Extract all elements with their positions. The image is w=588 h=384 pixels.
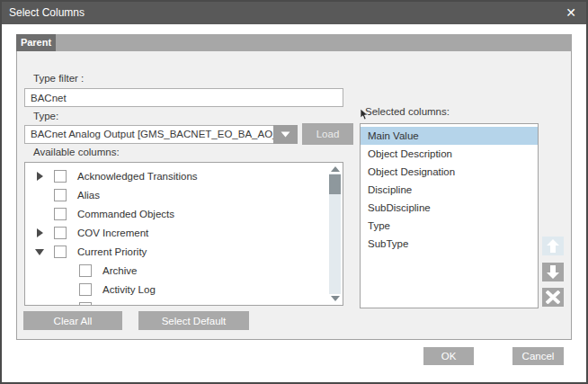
move-down-button[interactable] [542, 263, 564, 281]
selected-column-item[interactable]: Object Description [361, 145, 538, 163]
tree-item[interactable]: COV Increment [25, 223, 327, 242]
tree-item-label: Commanded Objects [77, 209, 174, 219]
selected-columns-list[interactable]: Main ValueObject DescriptionObject Desig… [360, 123, 539, 308]
down-arrow-icon [546, 265, 560, 279]
column-checkbox[interactable] [54, 189, 67, 201]
tree-item[interactable]: Alias [25, 185, 327, 204]
tree-item-label: COV Increment [77, 228, 148, 238]
type-combobox[interactable]: BACnet Analog Output [GMS_BACNET_EO_BA_A… [24, 125, 298, 144]
expander-spacer [59, 264, 72, 277]
type-filter-input[interactable] [24, 88, 343, 107]
selected-columns-label: Selected columns: [365, 106, 450, 117]
collapse-icon[interactable] [34, 246, 47, 258]
scroll-up-icon[interactable] [331, 166, 340, 172]
scrollbar-thumb[interactable] [329, 174, 341, 194]
expander-spacer [34, 189, 47, 201]
expander-spacer [59, 283, 72, 296]
move-up-button[interactable] [542, 237, 564, 255]
dropdown-arrow-icon[interactable] [273, 125, 298, 144]
tree-item-label: Alias [77, 190, 100, 201]
expand-icon[interactable] [34, 227, 47, 239]
tree-rows: Acknowledged TransitionsAliasCommanded O… [25, 166, 327, 306]
parent-tab-panel: Type filter : Type: BACnet Analog Output… [16, 51, 572, 340]
tree-item[interactable]: Current Priority [25, 242, 327, 261]
expand-icon[interactable] [34, 170, 47, 183]
cancel-button[interactable]: Cancel [512, 347, 564, 365]
column-checkbox[interactable] [54, 170, 67, 183]
scroll-down-icon[interactable] [331, 296, 340, 301]
type-filter-label: Type filter : [33, 73, 84, 84]
selected-column-item[interactable]: Main Value [361, 127, 538, 145]
available-columns-tree[interactable]: Acknowledged TransitionsAliasCommanded O… [24, 162, 343, 306]
tree-item[interactable]: Archive [25, 261, 327, 280]
tree-scrollbar[interactable] [328, 164, 342, 304]
mouse-cursor-icon [361, 109, 369, 121]
dialog-titlebar[interactable]: Select Columns ✕ [2, 2, 586, 24]
selected-column-item[interactable]: Object Designation [361, 163, 538, 181]
load-button[interactable]: Load [302, 123, 353, 145]
tree-item[interactable]: Activity Log [25, 280, 327, 299]
column-checkbox[interactable] [54, 227, 67, 239]
expander-spacer [59, 302, 72, 307]
remove-column-button[interactable] [542, 288, 564, 307]
tree-item[interactable]: Min [25, 299, 327, 306]
selected-column-item[interactable]: Discipline [361, 181, 538, 199]
tree-item-label: Min [102, 303, 120, 307]
dialog-title: Select Columns [9, 2, 85, 24]
up-arrow-icon [546, 239, 560, 253]
tree-item-label: Current Priority [77, 246, 147, 257]
clear-all-button[interactable]: Clear All [23, 311, 122, 330]
column-checkbox[interactable] [79, 302, 92, 307]
column-checkbox[interactable] [54, 208, 67, 220]
tab-parent[interactable]: Parent [16, 34, 56, 51]
close-icon[interactable]: ✕ [566, 2, 576, 24]
ok-button[interactable]: OK [423, 347, 474, 365]
tree-item-label: Activity Log [102, 284, 156, 295]
type-label: Type: [33, 111, 58, 121]
expander-spacer [34, 208, 47, 220]
tab-strip: Parent [16, 34, 572, 51]
column-checkbox[interactable] [79, 283, 92, 296]
tree-item-label: Acknowledged Transitions [77, 171, 198, 182]
available-columns-label: Available columns: [33, 147, 120, 157]
tree-item[interactable]: Commanded Objects [25, 204, 327, 223]
tree-item-label: Archive [102, 265, 137, 276]
column-checkbox[interactable] [54, 246, 67, 258]
type-combobox-value: BACnet Analog Output [GMS_BACNET_EO_BA_A… [31, 126, 287, 143]
selected-column-item[interactable]: SubDiscipline [361, 199, 538, 217]
select-columns-dialog: Select Columns ✕ Parent Type filter : Ty… [0, 0, 588, 384]
selected-column-item[interactable]: Type [361, 217, 538, 235]
selected-column-item[interactable]: SubType [361, 235, 538, 253]
column-checkbox[interactable] [79, 264, 92, 277]
tree-item[interactable]: Acknowledged Transitions [25, 166, 327, 185]
x-icon [546, 290, 560, 304]
select-default-button[interactable]: Select Default [138, 311, 249, 330]
